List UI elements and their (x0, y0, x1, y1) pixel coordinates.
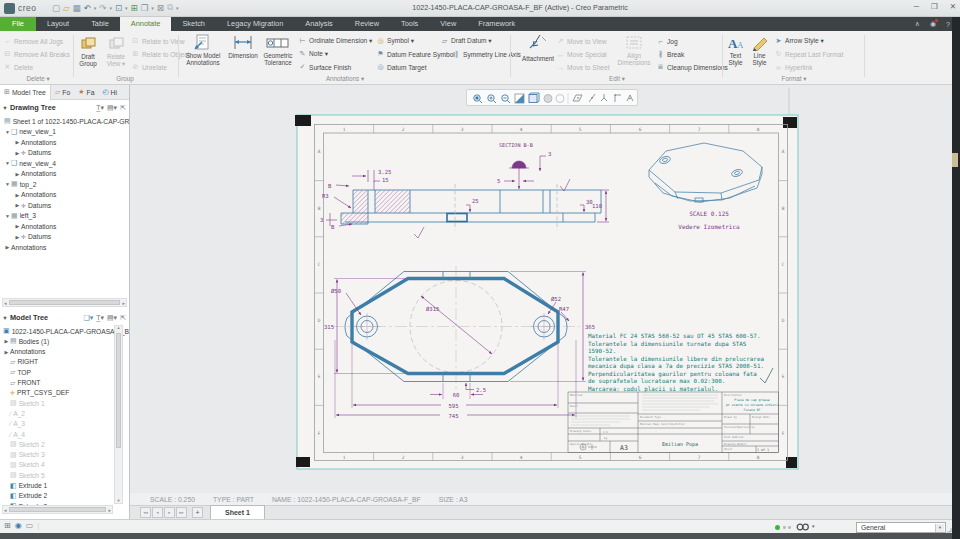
tab-framework[interactable]: Framework (467, 17, 526, 31)
redo-icon[interactable]: ↷ (99, 3, 106, 13)
tab-review[interactable]: Review (344, 17, 390, 31)
tree-filter-icon[interactable]: T̲▾ (96, 314, 104, 322)
move-to-sheet-button[interactable]: →Move to Sheet (556, 61, 610, 73)
select-dropdown-icon[interactable]: ▾ (125, 5, 128, 11)
add-sheet-button[interactable]: + (192, 507, 203, 518)
remove-all-breaks-button[interactable]: ⊟Remove All Breaks (3, 48, 70, 60)
tree-row-csys[interactable]: ✛PRT_CSYS_DEF (0, 388, 129, 398)
tree-row-datums[interactable]: ▶✛Datums (0, 232, 129, 242)
user-account-icon[interactable]: ◉ (930, 20, 936, 28)
move-to-view-button[interactable]: ↗Move to View (556, 35, 606, 47)
jog-button[interactable]: ⌐Jog (656, 35, 678, 47)
geometric-tolerance-button[interactable]: GeometricTolerance (260, 34, 296, 66)
windows-dropdown-icon[interactable]: ▾ (151, 5, 154, 11)
symbol-button[interactable]: ◎Symbol ▾ (376, 35, 414, 47)
tab-file[interactable]: File (0, 17, 36, 31)
tree-row-new-view-4[interactable]: ▼❑new_view_4 (0, 158, 129, 168)
nav-tab-model-tree[interactable]: ⊞Model Tree (0, 85, 51, 100)
tab-analysis[interactable]: Analysis (294, 17, 344, 31)
nav-tab-folder-browser[interactable]: ▱Fo (51, 85, 74, 100)
sheet-tab[interactable]: Sheet 1 (210, 505, 265, 519)
tree-settings-icon[interactable]: ▤▾ (107, 314, 117, 322)
delete-group-label[interactable]: Delete ▾ (10, 75, 66, 82)
tree-row-annotations[interactable]: ▶Annotations (0, 221, 129, 231)
move-special-button[interactable]: ↔Move Special (556, 48, 607, 60)
next-sheet-button[interactable]: ▸ (164, 507, 175, 518)
draft-group-button[interactable]: DraftGroup (74, 36, 102, 67)
model-tree-hscrollbar[interactable]: ◂▸ (2, 505, 113, 514)
new-file-icon[interactable]: ▢ (52, 3, 60, 13)
dimension-button[interactable]: Dimension (226, 34, 260, 59)
tree-row-a2[interactable]: ∕A_2 (0, 408, 129, 418)
tab-legacy-migration[interactable]: Legacy Migration (216, 17, 294, 31)
print-icon[interactable]: ⧉ (167, 2, 173, 13)
nav-tab-history[interactable]: ◴Hi (98, 85, 121, 100)
datum-target-button[interactable]: ◎Datum Target (376, 61, 426, 73)
search-dropdown-icon[interactable]: ▾ (812, 523, 815, 529)
tree-row-datums[interactable]: ▶✛Datums (0, 148, 129, 158)
hyperlink-button[interactable]: ∞Hyperlink (774, 61, 812, 73)
show-model-annotations-button[interactable]: Show ModelAnnotations (181, 34, 225, 66)
cleanup-dimensions-button[interactable]: ≣Cleanup Dimensions (656, 61, 728, 73)
text-style-button[interactable]: AA TextStyle (724, 34, 747, 66)
maximize-button[interactable]: ❐ (931, 2, 938, 11)
tree-settings-icon[interactable]: ▤▾ (107, 104, 117, 112)
tree-row-annotations[interactable]: ▶Annotations (0, 347, 129, 357)
tree-row-sketch-5[interactable]: ▨Sketch 5 (0, 470, 129, 480)
note-button[interactable]: ✎Note ▾ (298, 48, 328, 60)
annotations-group-label[interactable]: Annotations ▾ (300, 75, 390, 82)
tree-row-annotations[interactable]: ▶Annotations (0, 137, 129, 147)
repeat-last-format-button[interactable]: ↻Repeat Last Format (774, 48, 843, 60)
drawing-tree-hscrollbar[interactable]: ◂▸ (2, 298, 127, 307)
save-icon[interactable]: ▦ (73, 3, 81, 13)
qat-customize-icon[interactable]: ▾ (176, 5, 179, 11)
undo-dropdown-icon[interactable]: ▾ (94, 5, 97, 11)
close-window-icon[interactable]: ⊠ (157, 3, 164, 13)
web-browser-icon[interactable]: ◉ (15, 521, 22, 530)
datum-feature-symbol-button[interactable]: ⚑Datum Feature Symbol (376, 48, 455, 60)
break-button[interactable]: ∦Break (656, 48, 684, 60)
relate-view-button[interactable]: RelateView ▾ (102, 36, 130, 67)
search-icon[interactable] (796, 522, 810, 532)
select-box-icon[interactable]: ⊡ (115, 3, 122, 13)
minimize-button[interactable]: ─ (914, 2, 919, 11)
tree-row-extrude-2[interactable]: ◧Extrude 2 (0, 491, 129, 501)
tree-row-top-2[interactable]: ▼▦top_2 (0, 179, 129, 189)
tree-row-right-plane[interactable]: ▱RIGHT (0, 357, 129, 367)
tree-row-annotations[interactable]: ▶Annotations (0, 242, 129, 252)
tree-row-sheet[interactable]: ▤Sheet 1 of 1022-1450-PLACA-CAP-GROASA- (0, 116, 129, 126)
align-dimensions-button[interactable]: AlignDimensions (614, 34, 654, 66)
tab-view[interactable]: View (429, 17, 467, 31)
tab-tools[interactable]: Tools (390, 17, 429, 31)
surface-finish-button[interactable]: ✓Surface Finish (298, 61, 351, 73)
tree-row-sketch-3[interactable]: ▨Sketch 3 (0, 450, 129, 460)
draft-datum-button[interactable]: ▱Draft Datum ▾ (440, 35, 492, 47)
tree-row-top-plane[interactable]: ▱TOP (0, 367, 129, 377)
drawing-canvas[interactable]: 12345678 12345678 ABCDEF ABCDEF (130, 85, 952, 519)
relate-to-view-button[interactable]: ⊡Relate to View (131, 35, 184, 47)
tree-row-datums[interactable]: ▶✛Datums (0, 200, 129, 210)
close-button[interactable]: ✕ (950, 2, 956, 11)
tree-expand-icon[interactable]: ⇱ (120, 314, 126, 322)
console-icon[interactable]: ▭ (26, 521, 34, 530)
tree-row-a3[interactable]: ∕A_3 (0, 419, 129, 429)
scroll-up-icon[interactable]: ▲ (115, 325, 122, 330)
creo-logo-icon[interactable] (4, 3, 15, 14)
model-tree-vscrollbar[interactable]: ▲▼ (114, 325, 123, 504)
regenerate-icon[interactable]: ⊞ (131, 3, 138, 13)
tree-row-sketch-4[interactable]: ▨Sketch 4 (0, 460, 129, 470)
part-filter-icon[interactable]: ❑▾ (83, 314, 93, 322)
tree-row-front-plane[interactable]: ▱FRONT (0, 378, 129, 388)
filter-select[interactable]: General ▾ (856, 522, 946, 533)
tab-table[interactable]: Table (80, 17, 120, 31)
tree-row-sketch-2[interactable]: ▨Sketch 2 (0, 439, 129, 449)
windows-icon[interactable]: ❐ (141, 3, 149, 13)
last-sheet-button[interactable]: ▸▸ (176, 507, 187, 518)
help-icon[interactable]: ? (946, 21, 950, 28)
redo-dropdown-icon[interactable]: ▾ (109, 5, 112, 11)
first-sheet-button[interactable]: ◂◂ (140, 507, 151, 518)
tree-expand-icon[interactable]: ⇱ (120, 104, 126, 112)
ordinate-dimension-button[interactable]: ⊢Ordinate Dimension ▾ (298, 35, 372, 47)
tree-row-sketch-1[interactable]: ▨Sketch 1 (0, 398, 129, 408)
tree-row-annotations[interactable]: ▶Annotations (0, 169, 129, 179)
